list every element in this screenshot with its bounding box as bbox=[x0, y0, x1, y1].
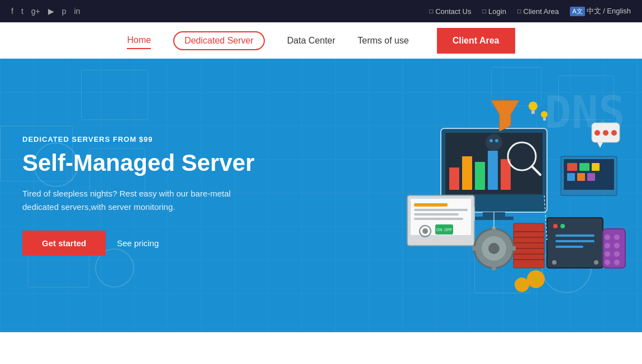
server-illustration-svg: ON OFF bbox=[396, 95, 631, 296]
svg-point-40 bbox=[553, 224, 558, 228]
see-pricing-link[interactable]: See pricing bbox=[117, 238, 159, 248]
svg-point-65 bbox=[595, 130, 600, 136]
svg-rect-16 bbox=[414, 203, 448, 207]
linkedin-icon[interactable]: in bbox=[74, 7, 80, 16]
twitter-icon[interactable]: t bbox=[21, 7, 23, 16]
nav-terms[interactable]: Terms of use bbox=[358, 33, 409, 49]
nav-links: Home Dedicated Server Data Center Terms … bbox=[127, 28, 515, 54]
top-bar-right: Contact Us Login Client Area A文 中文 / Eng… bbox=[429, 6, 631, 16]
svg-text:OFF: OFF bbox=[444, 228, 452, 232]
svg-rect-63 bbox=[587, 173, 595, 181]
svg-rect-4 bbox=[475, 162, 485, 190]
login-link[interactable]: Login bbox=[482, 7, 506, 16]
svg-point-67 bbox=[611, 130, 617, 136]
svg-point-34 bbox=[488, 243, 500, 254]
svg-point-70 bbox=[529, 102, 538, 111]
svg-marker-68 bbox=[597, 142, 603, 148]
svg-rect-36 bbox=[492, 262, 496, 270]
svg-point-11 bbox=[495, 139, 498, 142]
svg-text:ON: ON bbox=[436, 228, 443, 232]
svg-rect-38 bbox=[508, 246, 516, 251]
hero-actions: Get started See pricing bbox=[22, 231, 268, 256]
svg-rect-58 bbox=[567, 163, 577, 171]
svg-rect-73 bbox=[543, 118, 546, 121]
svg-rect-18 bbox=[414, 213, 459, 215]
svg-point-45 bbox=[552, 260, 557, 265]
svg-point-41 bbox=[560, 224, 565, 228]
svg-rect-59 bbox=[579, 163, 589, 171]
hero-description: Tired of sleepless nights? Rest easy wit… bbox=[22, 187, 268, 214]
svg-marker-69 bbox=[491, 100, 519, 131]
svg-rect-62 bbox=[577, 173, 585, 181]
lang-label: 中文 / English bbox=[587, 6, 631, 16]
svg-rect-19 bbox=[414, 218, 463, 220]
svg-point-50 bbox=[605, 243, 610, 248]
svg-point-66 bbox=[603, 130, 608, 136]
svg-rect-71 bbox=[531, 111, 535, 114]
svg-point-75 bbox=[531, 275, 540, 284]
svg-rect-2 bbox=[449, 167, 459, 190]
top-bar: f t g+ ▶ p in Contact Us Login Client Ar… bbox=[0, 0, 642, 22]
nav-data-center[interactable]: Data Center bbox=[287, 33, 335, 49]
client-area-nav-button[interactable]: Client Area bbox=[437, 28, 515, 54]
deco-rect-1 bbox=[81, 70, 148, 120]
facebook-icon[interactable]: f bbox=[11, 7, 13, 16]
language-switcher[interactable]: A文 中文 / English bbox=[570, 6, 631, 16]
svg-rect-3 bbox=[462, 156, 472, 190]
social-icons: f t g+ ▶ p in bbox=[11, 7, 80, 16]
pinterest-icon[interactable]: p bbox=[62, 7, 66, 16]
nav-bar: Home Dedicated Server Data Center Terms … bbox=[0, 22, 642, 59]
svg-rect-44 bbox=[555, 246, 583, 248]
svg-point-10 bbox=[489, 139, 493, 142]
svg-point-24 bbox=[422, 228, 428, 234]
svg-point-72 bbox=[541, 111, 548, 118]
lang-box: A文 bbox=[570, 7, 584, 16]
svg-point-54 bbox=[605, 260, 610, 265]
svg-rect-42 bbox=[555, 234, 595, 237]
svg-point-77 bbox=[519, 281, 525, 288]
svg-rect-60 bbox=[592, 163, 600, 171]
hero-title: Self-Managed Server bbox=[22, 150, 268, 176]
svg-rect-25 bbox=[513, 223, 544, 268]
svg-rect-17 bbox=[414, 209, 468, 211]
hero-section: DNS DEDICATED SERVERS FROM $99 Self-Mana… bbox=[0, 59, 642, 332]
google-plus-icon[interactable]: g+ bbox=[31, 7, 40, 16]
svg-point-53 bbox=[614, 251, 620, 257]
hero-content: DEDICATED SERVERS FROM $99 Self-Managed … bbox=[22, 135, 268, 256]
get-started-button[interactable]: Get started bbox=[22, 231, 106, 256]
svg-point-51 bbox=[614, 243, 620, 248]
svg-point-49 bbox=[614, 234, 620, 240]
svg-point-9 bbox=[486, 134, 502, 151]
svg-point-48 bbox=[605, 234, 610, 240]
svg-rect-43 bbox=[555, 240, 595, 242]
svg-point-46 bbox=[594, 260, 598, 265]
hero-subtitle: DEDICATED SERVERS FROM $99 bbox=[22, 135, 268, 143]
svg-point-52 bbox=[605, 251, 610, 257]
hero-illustration: ON OFF bbox=[396, 95, 631, 296]
svg-rect-5 bbox=[488, 151, 498, 190]
nav-home[interactable]: Home bbox=[127, 32, 151, 49]
nav-dedicated-server[interactable]: Dedicated Server bbox=[173, 31, 265, 50]
client-area-top-link[interactable]: Client Area bbox=[517, 7, 559, 16]
svg-rect-61 bbox=[567, 173, 575, 181]
contact-us-link[interactable]: Contact Us bbox=[429, 7, 471, 16]
svg-point-55 bbox=[614, 260, 620, 265]
svg-rect-37 bbox=[472, 246, 480, 251]
youtube-icon[interactable]: ▶ bbox=[48, 7, 54, 16]
